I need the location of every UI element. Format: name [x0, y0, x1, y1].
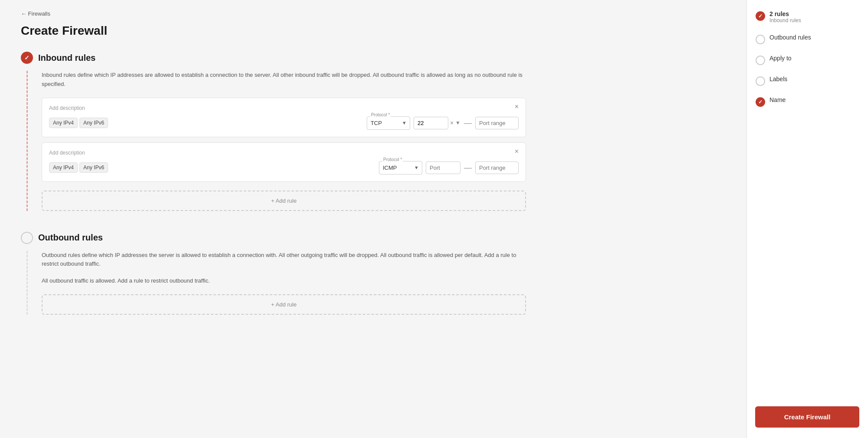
rule-2-port-range-input[interactable]: [475, 161, 519, 174]
sidebar-inbound-text: 2 rules Inbound rules: [769, 10, 859, 23]
inbound-section-title: Inbound rules: [38, 53, 95, 63]
outbound-section-title: Outbound rules: [38, 233, 103, 243]
sidebar-inbound-count: 2 rules: [769, 10, 859, 17]
outbound-section-content: Outbound rules define which IP addresses…: [26, 251, 526, 315]
outbound-info-text: All outbound traffic is allowed. Add a r…: [42, 277, 526, 284]
sidebar-item-name[interactable]: Name: [756, 96, 859, 107]
rule-2-close-button[interactable]: ×: [512, 147, 521, 156]
outbound-section: Outbound rules Outbound rules define whi…: [21, 232, 526, 315]
rule-2-port-field: [426, 161, 460, 174]
rule-1-ip-tags: Any IPv4 Any IPv6: [49, 118, 363, 128]
sidebar-item-apply-to[interactable]: Apply to: [756, 55, 859, 65]
sidebar-apply-text: Apply to: [769, 55, 859, 62]
rule-1-close-button[interactable]: ×: [512, 102, 521, 111]
outbound-add-rule-button[interactable]: + Add rule: [42, 294, 526, 315]
inbound-step-icon: [21, 52, 33, 64]
rule-1-dash: —: [464, 119, 472, 128]
rule-2-protocol-wrapper: Protocol * TCP UDP ICMP GRE ESP AH ▼: [379, 161, 422, 175]
rule-1-port-clear-button[interactable]: ×: [450, 119, 454, 126]
rule-2-ipv4-tag: Any IPv4: [49, 162, 78, 173]
rule-1-description: Add description: [49, 105, 519, 111]
rule-2-ip-tags: Any IPv4 Any IPv6: [49, 162, 375, 173]
inbound-description: Inbound rules define which IP addresses …: [42, 71, 526, 89]
sidebar: 2 rules Inbound rules Outbound rules App…: [746, 0, 868, 438]
back-link[interactable]: ← Firewalls: [21, 10, 50, 17]
breadcrumb: ← Firewalls: [21, 10, 526, 17]
rule-1-port-range-input[interactable]: [475, 117, 519, 129]
sidebar-outbound-label: Outbound rules: [769, 34, 859, 41]
inbound-rule-1: × Add description Any IPv4 Any IPv6 Prot…: [42, 98, 526, 137]
sidebar-name-icon: [756, 97, 765, 107]
rule-1-port-chevron-icon: ▼: [455, 120, 460, 126]
inbound-rule-2: × Add description Any IPv4 Any IPv6 Prot…: [42, 142, 526, 182]
rule-1-fields: Any IPv4 Any IPv6 Protocol * TCP UDP ICM…: [49, 116, 519, 130]
sidebar-outbound-icon: [756, 35, 765, 44]
rule-2-dash: —: [464, 163, 472, 172]
sidebar-labels-label: Labels: [769, 76, 859, 82]
rule-2-description: Add description: [49, 150, 519, 156]
create-firewall-button[interactable]: Create Firewall: [755, 406, 859, 428]
rule-1-port-field: × ▼: [414, 117, 460, 129]
sidebar-name-label: Name: [769, 96, 859, 103]
rule-2-protocol-select[interactable]: TCP UDP ICMP GRE ESP AH: [379, 161, 422, 175]
rule-1-protocol-select[interactable]: TCP UDP ICMP GRE ESP AH: [367, 116, 410, 130]
sidebar-labels-text: Labels: [769, 76, 859, 82]
inbound-section: Inbound rules Inbound rules define which…: [21, 52, 526, 211]
inbound-section-content: Inbound rules define which IP addresses …: [26, 71, 526, 211]
rule-1-protocol-wrapper: Protocol * TCP UDP ICMP GRE ESP AH ▼: [367, 116, 410, 130]
sidebar-inbound-label: Inbound rules: [769, 17, 859, 23]
outbound-description: Outbound rules define which IP addresses…: [42, 251, 526, 269]
inbound-section-header: Inbound rules: [21, 52, 526, 64]
rule-1-ipv6-tag: Any IPv6: [79, 118, 108, 128]
sidebar-item-outbound-rules[interactable]: Outbound rules: [756, 34, 859, 44]
rule-2-ipv6-tag: Any IPv6: [79, 162, 108, 173]
sidebar-item-labels[interactable]: Labels: [756, 76, 859, 86]
sidebar-item-inbound-rules[interactable]: 2 rules Inbound rules: [756, 10, 859, 23]
sidebar-apply-label: Apply to: [769, 55, 859, 62]
main-content: ← Firewalls Create Firewall Inbound rule…: [0, 0, 547, 438]
sidebar-outbound-text: Outbound rules: [769, 34, 859, 41]
sidebar-inbound-icon: [756, 11, 765, 21]
rule-2-fields: Any IPv4 Any IPv6 Protocol * TCP UDP ICM…: [49, 161, 519, 175]
sidebar-labels-icon: [756, 76, 765, 86]
page-title: Create Firewall: [21, 24, 526, 38]
rule-2-port-input[interactable]: [426, 161, 460, 174]
rule-1-ipv4-tag: Any IPv4: [49, 118, 78, 128]
outbound-step-icon: [21, 232, 33, 244]
rule-1-port-input[interactable]: [414, 117, 448, 129]
sidebar-apply-icon: [756, 56, 765, 65]
sidebar-name-text: Name: [769, 96, 859, 103]
outbound-section-header: Outbound rules: [21, 232, 526, 244]
inbound-add-rule-button[interactable]: + Add rule: [42, 191, 526, 211]
